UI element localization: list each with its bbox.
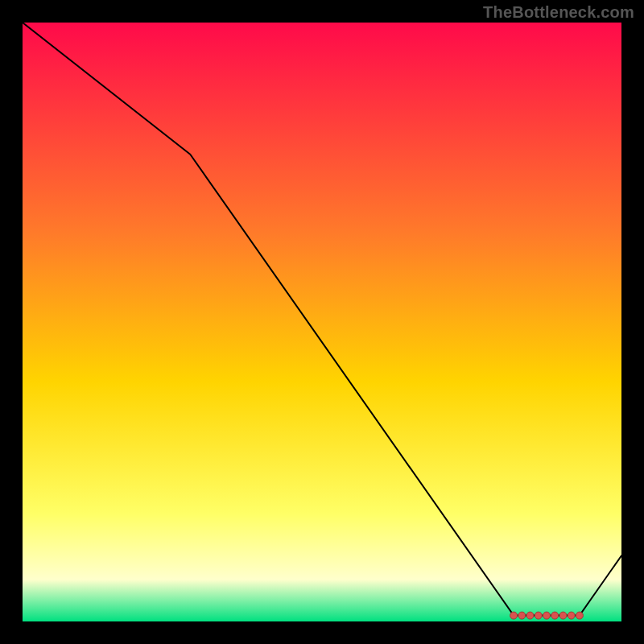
marker-dot [559,612,567,619]
marker-dot [568,612,575,619]
chart-svg [23,23,621,621]
marker-dot [518,612,526,619]
marker-dot [543,612,551,619]
optimal-region-markers [510,612,584,619]
marker-dot [510,612,518,619]
marker-dot [576,612,583,619]
watermark-text: TheBottleneck.com [483,3,634,22]
gradient-background [23,23,621,621]
plot-area [23,23,621,621]
marker-dot [526,612,534,619]
marker-dot [551,612,559,619]
marker-dot [535,612,542,619]
chart-container: TheBottleneck.com [0,0,644,644]
